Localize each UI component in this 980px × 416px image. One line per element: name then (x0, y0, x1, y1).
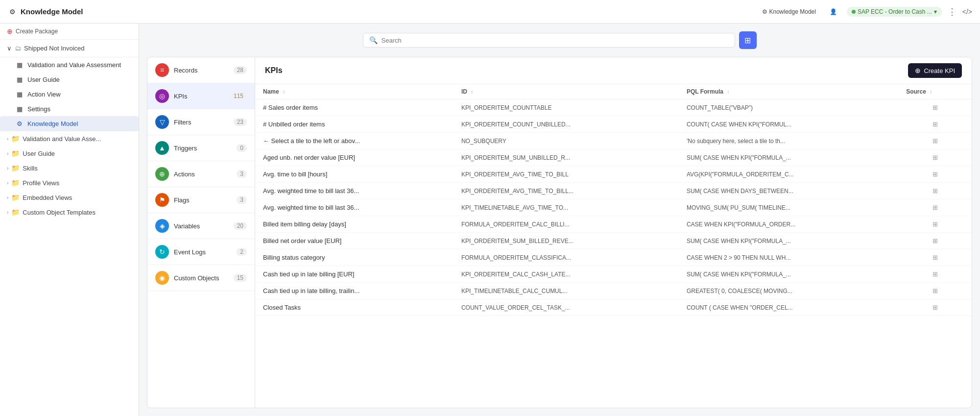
connect-icon: 👤 (830, 8, 837, 15)
category-list: ≡ Records 28 ◎ KPIs 115 ▽ Filters 23 ▲ T… (147, 57, 255, 408)
shipped-not-invoiced-header[interactable]: ∨ 🗂 Shipped Not Invoiced (0, 40, 139, 57)
table-row[interactable]: # Unbilled order items KPI_ORDERITEM_COU… (255, 116, 972, 133)
table-row[interactable]: Avg. weighted time to bill last 36... KP… (255, 199, 972, 216)
table-row[interactable]: Aged unb. net order value [EUR] KPI_ORDE… (255, 149, 972, 166)
table-row[interactable]: Avg. weighted time to bill last 36... KP… (255, 183, 972, 199)
category-item-actions[interactable]: ⊕ Actions 3 (147, 161, 255, 187)
table-row[interactable]: Billing status category FORMULA_ORDERITE… (255, 249, 972, 266)
source-icon[interactable]: ⊞ (932, 104, 938, 111)
cell-source: ⊞ (898, 299, 972, 316)
category-item-records[interactable]: ≡ Records 28 (147, 57, 255, 83)
table-row[interactable]: ← Select a tile to the left or abov... N… (255, 133, 972, 149)
category-count-actions: 3 (237, 170, 247, 178)
cell-id: KPI_ORDERITEM_SUM_UNBILLED_R... (454, 149, 679, 166)
category-item-customobjects[interactable]: ◉ Custom Objects 15 (147, 265, 255, 291)
sidebar-item-knowledgemodel[interactable]: ⚙ Knowledge Model (0, 116, 139, 131)
cell-formula: SUM( CASE WHEN KPI("FORMULA_... (679, 149, 898, 166)
table-row[interactable]: Billed net order value [EUR] KPI_ORDERIT… (255, 233, 972, 249)
category-count-kpis: 115 (230, 92, 247, 100)
cell-formula: COUNT( CASE WHEN KPI("FORMUL... (679, 116, 898, 133)
sidebar-group-customobjects-group[interactable]: ›📁Custom Object Templates (0, 205, 139, 220)
category-name-filters: Filters (174, 119, 191, 126)
cell-id: FORMULA_ORDERITEM_CLASSIFICA... (454, 249, 679, 266)
source-icon[interactable]: ⊞ (932, 287, 938, 294)
search-filter-btn[interactable]: ⊞ (739, 31, 757, 49)
sidebar-item-userguide[interactable]: ▦ User Guide (0, 72, 139, 87)
sidebar-group-profileviews-group[interactable]: ›📁Profile Views (0, 175, 139, 190)
sidebar-item-actionview[interactable]: ▦ Action View (0, 87, 139, 101)
category-item-filters[interactable]: ▽ Filters 23 (147, 109, 255, 135)
sidebar-km-label: Knowledge Model (27, 120, 78, 127)
category-count-flags: 3 (237, 196, 247, 204)
category-item-eventlogs[interactable]: ↻ Event Logs 2 (147, 239, 255, 265)
col-header-source[interactable]: Source ↕ (898, 84, 972, 99)
cell-name: Billed net order value [EUR] (255, 233, 454, 249)
top-bar-title: Knowledge Model (21, 7, 83, 16)
table-head: Name ↕ID ↕PQL Formula ↕Source ↕ (255, 84, 972, 99)
col-header-id[interactable]: ID ↕ (454, 84, 679, 99)
source-icon[interactable]: ⊞ (932, 187, 938, 195)
category-count-triggers: 0 (237, 144, 247, 152)
source-icon[interactable]: ⊞ (932, 204, 938, 211)
cell-name: Avg. time to bill [hours] (255, 166, 454, 183)
cell-source: ⊞ (898, 216, 972, 233)
category-left: ↻ Event Logs (155, 245, 206, 259)
knowledge-model-btn[interactable]: ⚙ Knowledge Model (758, 6, 820, 17)
table-row[interactable]: Avg. time to bill [hours] KPI_ORDERITEM_… (255, 166, 972, 183)
connect-btn[interactable]: 👤 (826, 6, 841, 17)
sort-icon: ↕ (930, 89, 932, 95)
category-item-triggers[interactable]: ▲ Triggers 0 (147, 135, 255, 161)
search-input[interactable] (382, 37, 729, 44)
create-package-icon: ⊕ (7, 27, 13, 35)
sidebar-group-skills-group[interactable]: ›📁Skills (0, 161, 139, 175)
sidebar-item-settings[interactable]: ▦ Settings (0, 101, 139, 116)
cell-name: Billed item billing delay [days] (255, 216, 454, 233)
folder-icon: 📁 (11, 179, 20, 187)
sidebar-validation-label: Validation and Value Assessment (27, 61, 121, 69)
source-icon[interactable]: ⊞ (932, 171, 938, 178)
table-row[interactable]: Cash tied up in late billing, trailin...… (255, 283, 972, 299)
category-item-kpis[interactable]: ◎ KPIs 115 (147, 83, 255, 109)
sidebar-item-validation[interactable]: ▦ Validation and Value Assessment (0, 57, 139, 72)
knowledge-model-icon: ⚙ (8, 7, 17, 16)
table-row[interactable]: # Sales order items KPI_ORDERITEM_COUNTT… (255, 99, 972, 116)
category-badge-customobjects: ◉ (155, 271, 169, 285)
table-row[interactable]: Billed item billing delay [days] FORMULA… (255, 216, 972, 233)
category-item-variables[interactable]: ◈ Variables 20 (147, 213, 255, 239)
sort-icon: ↕ (283, 89, 285, 95)
chevron-down-icon: ▾ (934, 8, 937, 15)
col-header-name[interactable]: Name ↕ (255, 84, 454, 99)
status-pill[interactable]: SAP ECC - Order to Cash ... ▾ (847, 7, 942, 17)
sidebar-group-validation-group[interactable]: ›📁Validation and Value Asse... (0, 131, 139, 146)
sidebar-group-embeddedviews-group[interactable]: ›📁Embedded Views (0, 190, 139, 205)
category-badge-eventlogs: ↻ (155, 245, 169, 259)
cell-formula: COUNT_TABLE("VBAP") (679, 99, 898, 116)
source-icon[interactable]: ⊞ (932, 121, 938, 128)
main-panel: ≡ Records 28 ◎ KPIs 115 ▽ Filters 23 ▲ T… (147, 57, 972, 408)
sidebar-actionview-label: Action View (27, 91, 61, 98)
sidebar: ⊕ Create Package ∨ 🗂 Shipped Not Invoice… (0, 24, 139, 416)
cell-formula: 'No subquery here, select a tile to th..… (679, 133, 898, 149)
code-btn[interactable]: </> (962, 8, 972, 16)
source-icon[interactable]: ⊞ (932, 304, 938, 311)
source-icon[interactable]: ⊞ (932, 137, 938, 145)
table-row[interactable]: Cash tied up in late billing [EUR] KPI_O… (255, 266, 972, 283)
source-icon[interactable]: ⊞ (932, 220, 938, 228)
category-item-flags[interactable]: ⚑ Flags 3 (147, 187, 255, 213)
source-icon[interactable]: ⊞ (932, 154, 938, 161)
create-package-item[interactable]: ⊕ Create Package (0, 24, 139, 40)
create-kpi-btn[interactable]: ⊕ Create KPI (908, 63, 962, 78)
cell-source: ⊞ (898, 266, 972, 283)
ellipsis-btn[interactable]: ⋮ (948, 6, 956, 17)
source-icon[interactable]: ⊞ (932, 270, 938, 278)
category-badge-variables: ◈ (155, 219, 169, 233)
source-icon[interactable]: ⊞ (932, 237, 938, 245)
source-icon[interactable]: ⊞ (932, 254, 938, 261)
plus-circle-icon: ⊕ (915, 67, 921, 74)
cell-name: Avg. weighted time to bill last 36... (255, 199, 454, 216)
sidebar-group-userguide-group[interactable]: ›📁User Guide (0, 146, 139, 161)
category-badge-kpis: ◎ (155, 89, 169, 103)
col-header-pqlformula[interactable]: PQL Formula ↕ (679, 84, 898, 99)
cell-name: # Sales order items (255, 99, 454, 116)
table-row[interactable]: Closed Tasks COUNT_VALUE_ORDER_CEL_TASK_… (255, 299, 972, 316)
